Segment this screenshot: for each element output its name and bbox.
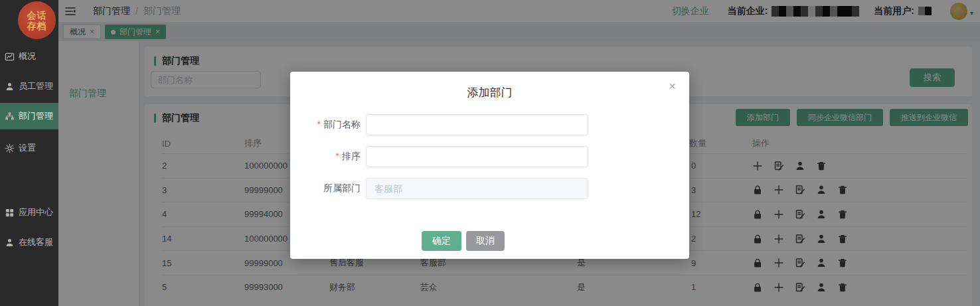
required-asterisk: * <box>317 119 321 129</box>
sidebar-item-app-center[interactable]: 应用中心 <box>0 199 58 226</box>
confirm-button[interactable]: 确定 <box>422 231 461 251</box>
form-row-parent: 所属部门 <box>290 178 588 199</box>
org-tree-icon <box>5 112 15 121</box>
field-label: *排序 <box>290 151 365 163</box>
sidebar-item-label: 员工管理 <box>19 80 53 92</box>
add-department-dialog: 添加部门 × *部门名称 *排序 所属部门 确定 取消 <box>290 72 689 259</box>
chart-icon <box>5 52 15 62</box>
form-row-name: *部门名称 <box>290 114 588 135</box>
sidebar-item-label: 部门管理 <box>19 110 53 122</box>
modal-parent-department-input <box>366 178 588 199</box>
app-logo: 会话 存档 <box>18 1 56 39</box>
main-sidebar: 会话 存档 概况 员工管理 部门管理 设置 应用中心 在线客服 <box>0 0 58 306</box>
required-asterisk: * <box>336 151 339 161</box>
dialog-buttons: 确定 取消 <box>422 231 505 251</box>
sidebar-item-label: 概况 <box>19 50 36 62</box>
logo-line1: 会话 <box>27 10 47 21</box>
apps-grid-icon <box>5 208 15 218</box>
field-label: 所属部门 <box>290 183 365 194</box>
sidebar-item-online-service[interactable]: 在线客服 <box>0 229 58 256</box>
person-icon <box>5 82 15 92</box>
gear-icon <box>5 143 15 153</box>
sidebar-item-settings[interactable]: 设置 <box>0 135 58 161</box>
form-row-sort: *排序 <box>290 146 588 167</box>
sidebar-item-label: 应用中心 <box>19 206 53 218</box>
dialog-title: 添加部门 <box>290 85 689 100</box>
sidebar-item-label: 在线客服 <box>19 236 53 248</box>
modal-sort-input[interactable] <box>366 146 588 167</box>
sidebar-item-departments[interactable]: 部门管理 <box>0 103 58 129</box>
app-root: 会话 存档 概况 员工管理 部门管理 设置 应用中心 在线客服 <box>0 0 980 306</box>
sidebar-item-overview[interactable]: 概况 <box>0 43 58 70</box>
close-icon[interactable]: × <box>669 80 676 92</box>
cancel-button[interactable]: 取消 <box>466 231 505 251</box>
logo-line2: 存档 <box>27 21 47 31</box>
service-person-icon <box>5 238 15 248</box>
sidebar-item-label: 设置 <box>19 142 36 154</box>
modal-department-name-input[interactable] <box>366 114 588 135</box>
sidebar-item-employees[interactable]: 员工管理 <box>0 73 58 100</box>
field-label: *部门名称 <box>290 119 365 131</box>
